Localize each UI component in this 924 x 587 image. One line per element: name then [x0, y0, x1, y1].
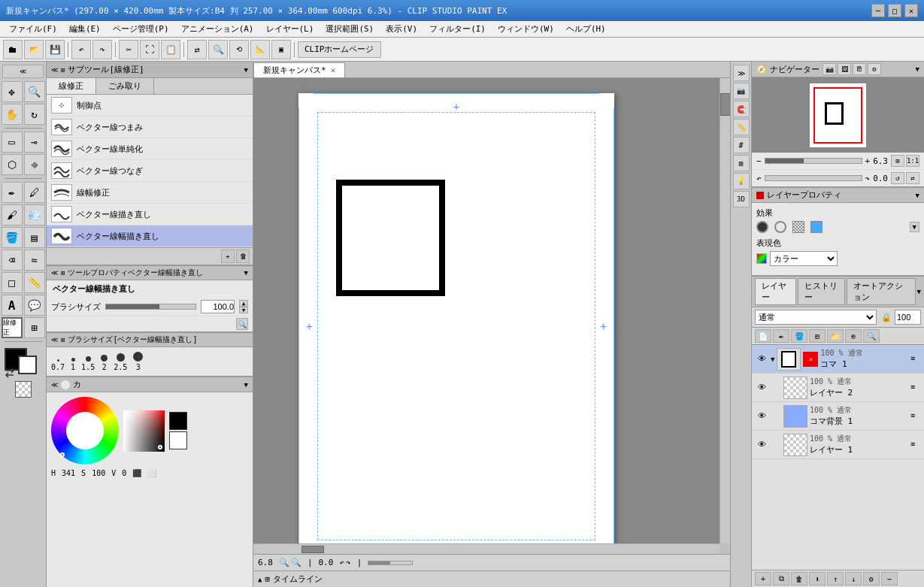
menu-animation[interactable]: アニメーション(A)	[175, 22, 260, 36]
rt-ruler[interactable]: 📏	[733, 119, 750, 135]
tool-text[interactable]: A	[2, 295, 23, 316]
fg-color-box[interactable]	[169, 412, 187, 430]
layer-item-komabg[interactable]: 👁 100 % 通常 コマ背景 1 ≡	[752, 402, 924, 431]
color-square[interactable]	[123, 410, 165, 452]
rt-lightbox[interactable]: 💡	[733, 173, 750, 189]
layer-layer2-visibility[interactable]: 👁	[755, 381, 768, 395]
layer-lock-icon[interactable]: 🔒	[881, 313, 892, 322]
menu-page[interactable]: ページ管理(P)	[107, 22, 175, 36]
effect-screen[interactable]	[792, 221, 804, 233]
panel-tab-history[interactable]: ヒストリー	[798, 278, 846, 305]
rotate-flip-btn[interactable]: ⇄	[906, 172, 919, 184]
layer-opacity-input[interactable]	[895, 310, 921, 325]
subtool-line-width[interactable]: 線幅修正	[47, 182, 253, 204]
panel-tab-auto[interactable]: オートアクション	[847, 278, 915, 305]
swap-colors[interactable]	[5, 368, 15, 378]
layer-search[interactable]: 🔍	[863, 329, 880, 343]
tool-eraser[interactable]: ⌫	[2, 250, 23, 271]
rt-3d[interactable]: 3D	[733, 191, 750, 207]
layer-new-raster[interactable]: 📄	[755, 329, 771, 343]
nav-btn3[interactable]: 🖹	[853, 63, 866, 75]
menu-select[interactable]: 選択範囲(S)	[320, 22, 380, 36]
rt-symmetry[interactable]: ⊠	[733, 155, 750, 171]
layer-item-layer2[interactable]: 👁 100 % 通常 レイヤー 2 ≡	[752, 374, 924, 402]
menu-help[interactable]: ヘルプ(H)	[560, 22, 612, 36]
zoom-fit-btn[interactable]: ⊞	[891, 155, 904, 167]
toolbar-transform[interactable]: ⇄	[187, 40, 207, 59]
canvas-viewport[interactable]: + + + +	[253, 78, 720, 543]
layer-ft-delete[interactable]: 🗑	[791, 572, 807, 585]
nav-btn2[interactable]: 🖼	[838, 63, 851, 75]
layer-item-koma1[interactable]: 👁 ▼ ✕ 100 % 通常 コマ 1 ≡	[752, 345, 924, 374]
tool-hand[interactable]: ✋	[2, 104, 23, 125]
brush-size-up[interactable]: ▲	[239, 300, 248, 307]
brush-preset-15[interactable]: 1.5	[81, 356, 95, 371]
tool-marker[interactable]: 🖊	[24, 182, 45, 203]
toolbar-clip-home[interactable]: CLIPホームページ	[298, 41, 381, 58]
tool-prop-search[interactable]: 🔍	[47, 316, 253, 331]
scrollbar-thumb-h[interactable]	[301, 546, 324, 553]
rt-canvas-capture[interactable]: 📷	[733, 83, 750, 99]
layer-ft-merge-down[interactable]: ⬇	[809, 572, 826, 585]
toolbar-open[interactable]: 📂	[24, 40, 44, 59]
tool-rotate[interactable]: ↻	[24, 104, 45, 125]
minimize-button[interactable]: ─	[871, 4, 885, 17]
layer-koma1-expand[interactable]: ▼	[771, 356, 774, 363]
sub-tool-add[interactable]: +	[221, 250, 235, 263]
toolbar-copy[interactable]: ⛶	[140, 40, 159, 59]
sub-tool-collapse[interactable]: ≪	[51, 66, 58, 74]
toolbar-btn5[interactable]: 📐	[250, 40, 270, 59]
bg-color-box[interactable]	[169, 431, 187, 449]
brush-preset-2[interactable]: 2	[101, 355, 108, 371]
zoom-out-btn[interactable]: −	[756, 156, 762, 166]
rt-grid[interactable]: #	[733, 137, 750, 153]
layer-prop-menu[interactable]: ▼	[916, 192, 919, 199]
sub-tool-menu[interactable]: ▼	[244, 66, 248, 74]
rt-collapse[interactable]: ≫	[733, 65, 750, 81]
zoom-actual-btn[interactable]: 1:1	[906, 155, 919, 167]
nav-btn1[interactable]: 📷	[823, 63, 836, 75]
rotate-ccw-btn[interactable]: ↶	[756, 174, 762, 183]
brush-preset-1[interactable]: 1	[71, 358, 75, 371]
canvas-scrollbar-vertical[interactable]	[720, 78, 730, 543]
subtool-vector-simplify[interactable]: ベクター線単純化	[47, 138, 253, 160]
layer-ft-more[interactable]: ⋯	[881, 572, 898, 585]
rotate-cw-btn[interactable]: ↷	[865, 174, 871, 183]
layer-item-layer1[interactable]: 👁 100 % 通常 レイヤー 1 ≡	[752, 431, 924, 459]
layer-ft-down[interactable]: ↓	[845, 572, 862, 585]
transparent-color[interactable]	[15, 381, 32, 398]
sub-tool-delete[interactable]: 🗑	[236, 250, 250, 263]
toolbar-redo[interactable]: ↷	[92, 40, 112, 59]
menu-layer[interactable]: レイヤー(L)	[260, 22, 320, 36]
navigator-preview[interactable]	[752, 77, 924, 153]
layer-koma1-visibility[interactable]: 👁	[755, 353, 768, 366]
toolbar-zoom-in[interactable]: 🔍	[208, 40, 228, 59]
layer-komabg-options[interactable]: ≡	[910, 411, 921, 422]
layer-layer1-visibility[interactable]: 👁	[755, 438, 768, 452]
nav-btn4[interactable]: ⚙	[868, 63, 881, 75]
status-rotate-right[interactable]: ↷	[346, 558, 351, 567]
toolbar-save[interactable]: 💾	[45, 40, 65, 59]
layer-blend-mode[interactable]: 通常 乗算 スクリーン	[755, 310, 877, 325]
layer-komabg-visibility[interactable]: 👁	[755, 410, 768, 423]
panel-tab-layer[interactable]: レイヤー	[755, 278, 796, 305]
layer-koma1-mask[interactable]: ✕	[803, 352, 818, 367]
tool-blend[interactable]: ≈	[24, 250, 45, 271]
close-button[interactable]: ✕	[904, 4, 918, 17]
layer-layer1-options[interactable]: ≡	[910, 440, 921, 450]
rotation-slider[interactable]	[765, 175, 862, 181]
brush-size-collapse[interactable]: ≪	[51, 336, 58, 343]
subtool-vector-redraw[interactable]: ベクター線描き直し	[47, 204, 253, 225]
tool-gradient[interactable]: ▤	[24, 227, 45, 248]
tool-fill[interactable]: 🪣	[2, 227, 23, 248]
layer-ft-copy[interactable]: ⧉	[773, 572, 789, 585]
sub-tab-dust[interactable]: ごみ取り	[96, 78, 154, 94]
toolbar-undo[interactable]: ↶	[71, 40, 91, 59]
tool-balloon[interactable]: 💬	[24, 295, 45, 316]
tool-zoom[interactable]: 🔍	[24, 81, 45, 102]
layer-layer2-options[interactable]: ≡	[910, 383, 921, 393]
layer-new-folder[interactable]: 📁	[827, 329, 844, 343]
brush-preset-07[interactable]: 0.7	[51, 359, 65, 371]
menu-filter[interactable]: フィルター(I)	[423, 22, 492, 36]
tool-line-correction[interactable]: 線修正	[2, 317, 23, 338]
